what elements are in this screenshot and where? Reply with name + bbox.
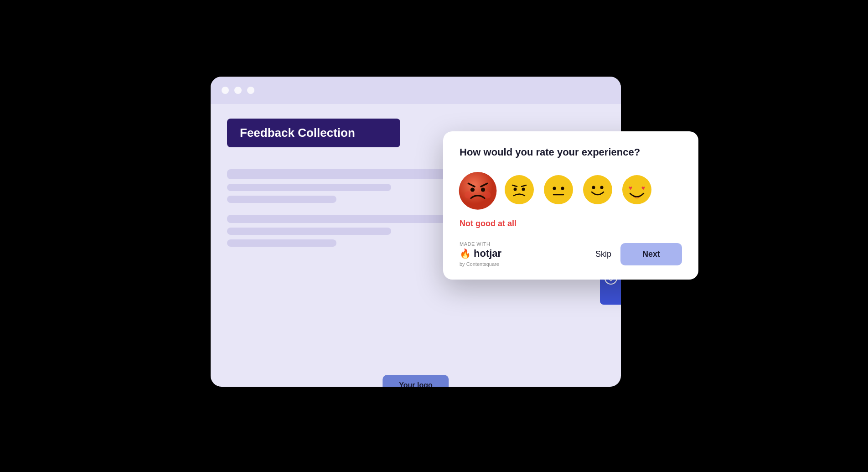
svg-point-14 (553, 187, 556, 190)
contentsquare-label: by Contentsquare (460, 261, 501, 267)
svg-point-13 (544, 175, 573, 204)
content-block-5 (227, 228, 391, 235)
hotjar-name: hotjar (474, 248, 501, 259)
browser-titlebar (211, 77, 621, 104)
survey-footer: MADE WITH 🔥 hotjar by Contentsquare Skip… (460, 241, 682, 267)
hotjar-flame-icon: 🔥 (460, 248, 471, 259)
content-block-6 (227, 239, 336, 247)
svg-point-11 (514, 188, 517, 191)
content-block-1 (227, 169, 446, 179)
traffic-light-1 (222, 87, 229, 94)
survey-question: How would you rate your experience? (460, 146, 682, 159)
svg-text:♥: ♥ (629, 184, 632, 192)
svg-point-7 (484, 192, 491, 199)
svg-point-15 (561, 187, 564, 190)
svg-point-12 (522, 188, 525, 191)
svg-point-20 (622, 175, 651, 204)
svg-point-17 (583, 175, 612, 204)
svg-point-6 (465, 192, 472, 199)
survey-widget: How would you rate your experience? (443, 131, 698, 280)
skip-button[interactable]: Skip (595, 249, 611, 259)
made-with-label: MADE WITH (460, 241, 501, 247)
hotjar-logo-row: 🔥 hotjar (460, 248, 501, 259)
your-logo-button[interactable]: Your logo (382, 375, 449, 387)
hotjar-branding: MADE WITH 🔥 hotjar by Contentsquare (460, 241, 501, 267)
svg-text:♥: ♥ (641, 184, 645, 192)
emoji-happy-button[interactable] (582, 174, 614, 206)
survey-actions: Skip Next (595, 243, 682, 265)
svg-point-19 (600, 186, 604, 189)
emoji-love-button[interactable]: ♥ ♥ (621, 174, 653, 206)
content-block-2 (227, 184, 391, 191)
traffic-light-2 (234, 87, 242, 94)
feedback-collection-label: Feedback Collection (227, 119, 400, 147)
emoji-neutral-button[interactable] (542, 174, 574, 206)
svg-point-8 (505, 175, 534, 204)
content-block-3 (227, 196, 336, 203)
rating-label: Not good at all (460, 219, 682, 228)
emoji-sad-button[interactable] (503, 174, 535, 206)
svg-point-1 (459, 172, 497, 210)
content-block-4 (227, 215, 464, 223)
emoji-rating-row: ♥ ♥ (460, 171, 682, 208)
svg-point-18 (592, 186, 595, 189)
next-button[interactable]: Next (620, 243, 682, 265)
traffic-light-3 (247, 87, 254, 94)
emoji-angry-button[interactable] (457, 169, 499, 211)
